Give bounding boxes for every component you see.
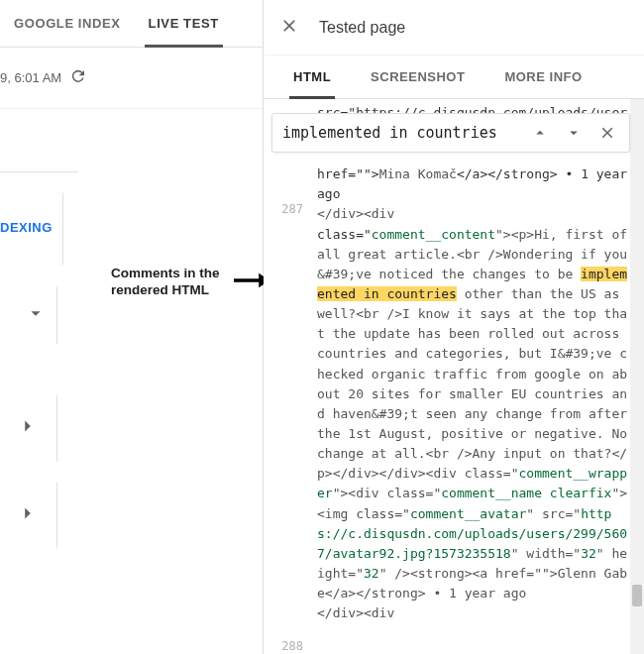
- tab-screenshot[interactable]: SCREENSHOT: [351, 55, 484, 98]
- panel-tabs: HTML SCREENSHOT MORE INFO: [264, 55, 644, 99]
- html-source-view[interactable]: 287 288 src="https://c.disqusdn.com/uplo…: [264, 99, 644, 654]
- chevron-down-icon: [25, 302, 47, 328]
- expand-card[interactable]: [0, 285, 57, 345]
- chevron-right-icon: [17, 415, 39, 441]
- refresh-icon[interactable]: [69, 67, 87, 88]
- search-bar: [271, 113, 630, 153]
- tested-page-panel: Tested page HTML SCREENSHOT MORE INFO 28…: [263, 0, 644, 654]
- annotation-text: Comments in the rendered HTML: [111, 266, 230, 299]
- search-close-icon[interactable]: [593, 119, 621, 147]
- tab-html[interactable]: HTML: [273, 55, 351, 98]
- search-input[interactable]: [282, 124, 520, 142]
- tab-live-test[interactable]: LIVE TEST: [135, 0, 233, 47]
- panel-header: Tested page: [264, 0, 644, 55]
- chevron-right-icon: [17, 502, 39, 528]
- line-number: 288: [281, 637, 303, 654]
- line-gutter: 287 288: [264, 99, 311, 654]
- left-column: GOOGLE INDEX LIVE TEST 9, 6:01 AM INDEXI…: [0, 0, 263, 654]
- search-next-icon[interactable]: [560, 119, 588, 147]
- scrollbar-track[interactable]: [630, 99, 644, 654]
- tab-more-info[interactable]: MORE INFO: [484, 55, 601, 98]
- panel-title: Tested page: [319, 19, 405, 37]
- indexing-label: INDEXING: [0, 220, 53, 235]
- card-blank-top: [0, 109, 79, 172]
- timestamp-row: 9, 6:01 AM: [0, 48, 263, 109]
- nav-card-2[interactable]: [0, 482, 57, 549]
- left-tabs: GOOGLE INDEX LIVE TEST: [0, 0, 263, 48]
- tab-google-index[interactable]: GOOGLE INDEX: [0, 0, 135, 47]
- indexing-card[interactable]: INDEXING: [0, 192, 63, 266]
- code-lines: src="https://c.disqusdn.com/uploads/user…: [317, 103, 640, 623]
- timestamp-text: 9, 6:01 AM: [0, 70, 61, 85]
- line-number: 287: [281, 200, 303, 219]
- search-prev-icon[interactable]: [526, 119, 554, 147]
- scrollbar-thumb[interactable]: [632, 585, 642, 606]
- annotation: Comments in the rendered HTML: [111, 266, 269, 299]
- nav-card-1[interactable]: [0, 394, 57, 462]
- close-icon[interactable]: [279, 16, 299, 40]
